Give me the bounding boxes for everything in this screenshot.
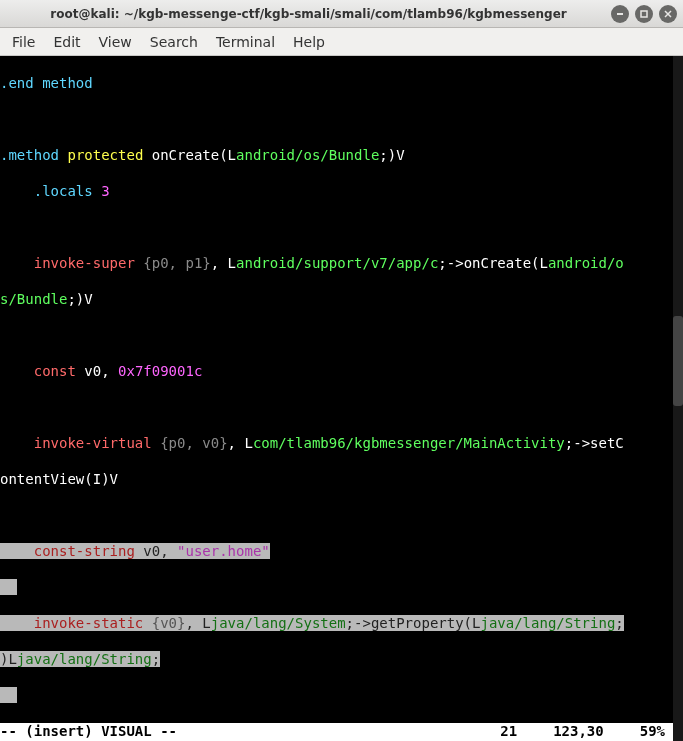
menubar: File Edit View Search Terminal Help bbox=[0, 28, 683, 56]
op-const-string: const-string bbox=[34, 543, 135, 559]
hex: 0x7f09001c bbox=[118, 363, 202, 379]
vim-mode: -- (insert) VISUAL -- bbox=[0, 723, 177, 741]
terminal-area[interactable]: .end method .method protected onCreate(L… bbox=[0, 56, 683, 741]
vim-percent: 59% bbox=[604, 723, 673, 741]
scrollbar-thumb[interactable] bbox=[673, 316, 683, 406]
sig-end: ;)V bbox=[379, 147, 404, 163]
op-const: const bbox=[34, 363, 76, 379]
close-button[interactable] bbox=[659, 5, 677, 23]
vim-status-line: -- (insert) VISUAL -- 21 123,30 59% bbox=[0, 723, 673, 741]
menu-edit[interactable]: Edit bbox=[45, 32, 88, 52]
menu-view[interactable]: View bbox=[91, 32, 140, 52]
kw-end: .end method bbox=[0, 75, 93, 91]
window-controls bbox=[611, 5, 677, 23]
vim-position: 123,30 bbox=[517, 723, 604, 741]
menu-file[interactable]: File bbox=[4, 32, 43, 52]
sig: onCreate(L bbox=[143, 147, 236, 163]
str-user-home: "user.home" bbox=[177, 543, 270, 559]
kw-protected: protected bbox=[67, 147, 143, 163]
regs: {p0, p1} bbox=[143, 255, 210, 271]
menu-search[interactable]: Search bbox=[142, 32, 206, 52]
op-invoke-super: invoke-super bbox=[34, 255, 135, 271]
scrollbar[interactable] bbox=[673, 56, 683, 741]
window-titlebar: root@kali: ~/kgb-messenge-ctf/kgb-smali/… bbox=[0, 0, 683, 28]
window-title: root@kali: ~/kgb-messenge-ctf/kgb-smali/… bbox=[6, 7, 611, 21]
svg-rect-1 bbox=[641, 11, 647, 17]
kw-locals: .locals bbox=[34, 183, 93, 199]
op-invoke-virtual: invoke-virtual bbox=[34, 435, 152, 451]
minimize-button[interactable] bbox=[611, 5, 629, 23]
maximize-button[interactable] bbox=[635, 5, 653, 23]
code-content[interactable]: .end method .method protected onCreate(L… bbox=[0, 56, 673, 741]
vim-col: 21 bbox=[464, 723, 517, 741]
kw-method: .method bbox=[0, 147, 59, 163]
menu-help[interactable]: Help bbox=[285, 32, 333, 52]
cls: android/os/Bundle bbox=[236, 147, 379, 163]
menu-terminal[interactable]: Terminal bbox=[208, 32, 283, 52]
num: 3 bbox=[101, 183, 109, 199]
